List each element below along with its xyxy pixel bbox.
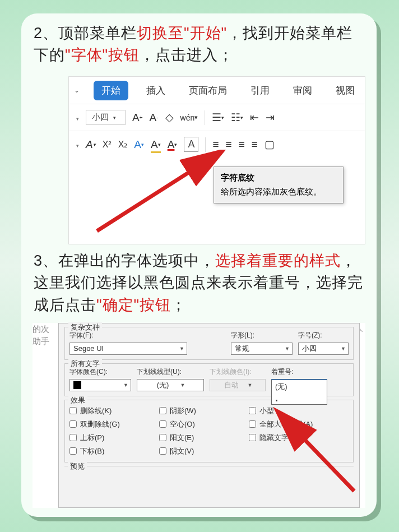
indent-left-icon[interactable]: ⇤	[250, 111, 259, 124]
ribbon-row1: 小四 ▾ A+ A- ◇ wén▾ ☰▾ ☷▾ ⇤ ⇥	[69, 104, 365, 131]
font-size-value: 小四	[92, 112, 109, 123]
tutorial-card: 2、顶部菜单栏切换至"开始"，找到开始菜单栏下的"字体"按钮，点击进入； ⌄ 开…	[21, 13, 377, 517]
font-size-select[interactable]: 小四 ▾	[86, 110, 126, 125]
preview-group: 预览	[64, 466, 354, 477]
distribute-icon[interactable]: ▢	[265, 138, 275, 151]
chk-shadow[interactable]: 阴影(W)	[159, 406, 243, 416]
chk-superscript[interactable]: 上标(P)	[69, 433, 154, 443]
tooltip-body: 给所选内容添加灰色底纹。	[221, 187, 336, 197]
chk-smallcaps[interactable]: 小型	[249, 406, 350, 416]
underline-select[interactable]: (无)▼	[137, 379, 204, 391]
step3-suffix: ；	[171, 297, 187, 313]
tab-layout[interactable]: 页面布局	[183, 81, 233, 100]
size-label: 字号(Z):	[298, 331, 349, 340]
font-dialog: 复杂文种 字体(F): Segoe UI▼ 字形(L): 常规▼	[58, 323, 360, 508]
chk-emboss[interactable]: 阳文(E)	[159, 433, 243, 443]
tab-reference[interactable]: 引用	[245, 81, 275, 100]
red-arrow-annotation	[86, 150, 231, 234]
all-text-group: 所有文字 字体颜色(C): ▼ 下划线线型(U): (无)▼	[64, 363, 354, 396]
step3-red2: "确定"按钮	[96, 297, 171, 313]
chevron-down-icon: ▼	[248, 382, 253, 388]
chevron-down-icon: ▼	[341, 346, 346, 351]
tooltip-title: 字符底纹	[221, 173, 336, 183]
step2-suffix: ，点击进入；	[140, 47, 234, 63]
divider	[205, 137, 206, 152]
subscript-icon[interactable]: X₂	[118, 139, 128, 150]
chk-allcaps[interactable]: 全部大写字母(A)	[249, 419, 350, 429]
underline-label: 下划线线型(U):	[137, 367, 204, 377]
align-justify-icon[interactable]: ≡	[252, 138, 258, 151]
step3-text: 3、在弹出的字体选项中，选择着重要的样式，这里我们选择以黑色圆点来表示着重号，选…	[21, 244, 377, 321]
chevron-down-icon: ▼	[285, 346, 290, 351]
font-family-dropdown[interactable]	[75, 112, 79, 123]
font-select[interactable]: Segoe UI▼	[69, 343, 187, 355]
highlight-color-icon[interactable]: A▾	[151, 138, 161, 151]
tab-review[interactable]: 审阅	[287, 81, 318, 100]
step2-red1: 切换至"开始"	[137, 25, 227, 41]
font-color-select[interactable]: ▼	[69, 379, 131, 391]
chk-strikethrough[interactable]: 删除线(K)	[69, 406, 154, 416]
step2-red2: "字体"按钮	[65, 47, 140, 63]
preview-label: 预览	[68, 461, 87, 471]
emphasis-label: 着重号:	[271, 367, 327, 377]
step2-prefix: 2、顶部菜单栏	[34, 25, 137, 41]
chevron-down-icon: ▼	[180, 382, 185, 388]
tab-view[interactable]: 视图	[330, 81, 360, 100]
superscript-icon[interactable]: X²	[103, 140, 112, 150]
underline-color-label: 下划线颜色(I):	[210, 367, 266, 377]
bg-text-left: 的次 助手	[33, 323, 61, 348]
chevron-down-icon: ▼	[123, 382, 128, 388]
align-center-icon[interactable]: ≡	[226, 138, 232, 151]
emphasis-dropdown: (无) .	[271, 380, 327, 405]
chk-hidden[interactable]: 隐藏文字(H)	[249, 433, 350, 443]
align-right-icon[interactable]: ≡	[239, 138, 245, 151]
divider	[205, 110, 205, 125]
font-color-icon[interactable]: A▾	[168, 138, 178, 151]
chevron-down-icon: ▼	[179, 346, 184, 351]
char-shading-button[interactable]: A	[184, 137, 198, 152]
step3-red1: 选择着重要的样式	[215, 252, 341, 269]
decrease-font-icon[interactable]: A-	[150, 112, 159, 124]
tab-insert[interactable]: 插入	[141, 81, 171, 100]
ribbon-screenshot: ⌄ 开始 插入 页面布局 引用 审阅 视图 小四 ▾ A+ A- ◇ wén▾ …	[68, 76, 365, 244]
effects-checks: 删除线(K) 阴影(W) 小型 双删除线(G) 空心(O) 全部大写字母(A) …	[69, 404, 349, 456]
ribbon-tabs: ⌄ 开始 插入 页面布局 引用 审阅 视图	[69, 77, 365, 104]
chk-outline[interactable]: 空心(O)	[159, 419, 243, 429]
ribbon-row2: A▾ X² X₂ A▾ A▾ A▾ A ≡ ≡ ≡ ≡ ▢	[69, 131, 365, 158]
chk-double-strike[interactable]: 双删除线(G)	[69, 419, 154, 429]
size-select[interactable]: 小四▼	[298, 343, 349, 355]
increase-font-icon[interactable]: A+	[132, 112, 143, 124]
color-swatch	[73, 381, 81, 389]
group1-label: 复杂文种	[68, 322, 102, 332]
dropdown-icon[interactable]: ⌄	[72, 86, 81, 95]
text-effect-icon[interactable]: A▾	[134, 138, 144, 151]
font-dialog-screenshot: 的次 助手 报人 复杂文种 字体(F): Segoe UI▼ 字形(L):	[33, 323, 365, 508]
tooltip: 字符底纹 给所选内容添加灰色底纹。	[214, 166, 344, 203]
phonetic-icon[interactable]: wén▾	[180, 113, 198, 122]
clear-format-icon[interactable]: ◇	[165, 111, 174, 124]
chk-engrave[interactable]: 阴文(V)	[159, 446, 243, 456]
underline-color-select: 自动▼	[210, 379, 266, 391]
bullet-list-icon[interactable]: ☰▾	[212, 111, 224, 124]
tab-home[interactable]: 开始	[94, 81, 128, 100]
font-style-icon[interactable]: A▾	[86, 138, 96, 151]
style-label: 字形(L):	[231, 331, 293, 340]
emphasis-option-none[interactable]: (无)	[272, 380, 327, 394]
style-select[interactable]: 常规▼	[231, 343, 293, 355]
align-left-icon[interactable]: ≡	[212, 138, 219, 151]
indent-right-icon[interactable]: ⇥	[266, 111, 275, 124]
chevron-down-icon: ▾	[113, 115, 116, 121]
emphasis-option-dot[interactable]: .	[272, 394, 327, 404]
number-list-icon[interactable]: ☷▾	[231, 111, 243, 124]
step3-prefix: 3、在弹出的字体选项中，	[34, 252, 215, 269]
svg-line-1	[97, 154, 217, 231]
more-dropdown[interactable]	[75, 139, 79, 150]
group2-label: 所有文字	[68, 359, 102, 369]
complex-scripts-group: 复杂文种 字体(F): Segoe UI▼ 字形(L): 常规▼	[64, 327, 354, 360]
group3-label: 效果	[68, 395, 87, 405]
effects-group: 效果 删除线(K) 阴影(W) 小型 双删除线(G) 空心(O) 全部大写字母(…	[64, 400, 354, 462]
chk-subscript[interactable]: 下标(B)	[69, 446, 154, 456]
step2-text: 2、顶部菜单栏切换至"开始"，找到开始菜单栏下的"字体"按钮，点击进入；	[21, 13, 377, 72]
